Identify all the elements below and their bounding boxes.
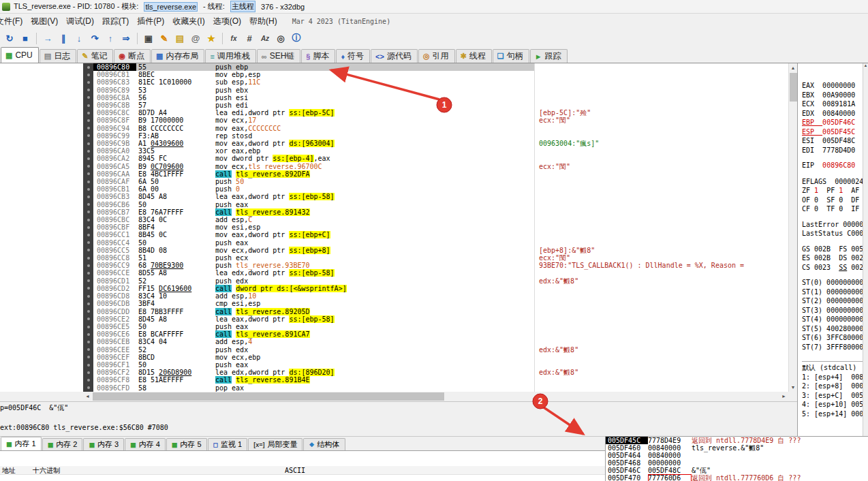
disassembly-view[interactable]: 00896C8055push ebp00896C818BECmov ebp,es… (0, 63, 788, 392)
scroll-down-arrow-icon[interactable]: ▼ (789, 383, 797, 392)
breakpoint-gutter-dot[interactable] (83, 109, 93, 117)
disasm-address[interactable]: 00896CEF (93, 354, 136, 361)
disasm-address[interactable]: 00896C99 (93, 132, 136, 140)
tab-dump-4[interactable]: ▦内存 4 (125, 438, 166, 450)
register-row[interactable]: EAX 00000000 (802, 81, 868, 91)
disasm-address[interactable]: 00896C8C (93, 109, 136, 117)
register-row[interactable]: EBP 005DF46C (802, 118, 868, 127)
register-row[interactable]: LastStatus C0000034 (802, 229, 868, 238)
breakpoint-gutter-dot[interactable] (83, 315, 93, 323)
disasm-row[interactable]: 00896CBF8BF4mov esi,esp (0, 223, 788, 231)
disasm-row[interactable]: 00896CAAE8 4BC1FFFFcall tls_reverse.892D… (0, 170, 788, 178)
calculator-icon[interactable]: fx (226, 31, 241, 46)
register-row[interactable]: EBX 00A90000 (802, 91, 868, 100)
disasm-address[interactable]: 00896CB3 (93, 193, 136, 200)
step-into-icon[interactable]: ↓ (72, 31, 87, 46)
register-row[interactable]: CF 0 TF 0 IF 1 (802, 204, 868, 214)
tab-symbols[interactable]: ♦符号 (336, 49, 370, 63)
disasm-row[interactable]: 00896C8055push ebp (0, 63, 788, 71)
register-row[interactable]: ST(7) 3FFF8000000000000000 (802, 343, 868, 352)
scroll-left-arrow-icon[interactable]: ◄ (83, 392, 92, 401)
breakpoint-gutter-dot[interactable] (83, 102, 93, 109)
disasm-address[interactable]: 00896CA0 (93, 147, 136, 155)
register-row[interactable]: 1: [esp+4] 00840000 (802, 373, 868, 382)
disasm-address[interactable]: 00896CE6 (93, 330, 136, 338)
disasm-address[interactable]: 00896CEB (93, 338, 136, 345)
register-row[interactable]: LastError 00000000 (802, 220, 868, 230)
disasm-row[interactable]: 00896CD2FF15 DC619600call dword ptr ds:[… (0, 285, 788, 292)
disasm-row[interactable]: 00896CA5B9 0C709600mov ecx,tls_reverse.9… (0, 163, 788, 170)
disasm-address[interactable]: 00896C8A (93, 94, 136, 102)
menu-item[interactable]: 视图(V) (27, 13, 62, 30)
tab-notes[interactable]: ✎笔记 (77, 49, 113, 63)
disasm-row[interactable]: 00896CAF6A 50push 50 (0, 178, 788, 185)
disasm-address[interactable]: 00896CBC (93, 216, 136, 223)
register-row[interactable]: GS 002B FS 0053 (802, 245, 868, 254)
breakpoint-gutter-dot[interactable] (83, 300, 93, 307)
disasm-row[interactable]: 00896CBC83C4 0Cadd esp,C (0, 216, 788, 223)
stack-row[interactable]: 005DF46000840000tls_reverse.&"毈8" (606, 444, 868, 452)
disasm-row[interactable]: 00896CDDE8 7BB3FFFFcall tls_reverse.8920… (0, 308, 788, 315)
tab-struct[interactable]: ❖结构体 (303, 438, 345, 450)
disassembly-horizontal-scrollbar[interactable]: ◄ ► (83, 392, 788, 401)
disasm-row[interactable]: 00896C8B57push edi (0, 102, 788, 109)
disasm-address[interactable]: 00896CA5 (93, 163, 136, 170)
stack-row[interactable]: 005DF46800000000 (606, 459, 868, 467)
registers-scrollbar[interactable]: ▲ (863, 63, 868, 436)
disasm-row[interactable]: 00896CDB3BF4cmp esi,esp (0, 300, 788, 307)
disasm-row[interactable]: 00896CEF8BCDmov ecx,ebp (0, 354, 788, 361)
menu-item[interactable]: 收藏夹(I) (168, 13, 208, 30)
run-icon[interactable]: → (40, 31, 55, 46)
breakpoint-gutter-dot[interactable] (83, 71, 93, 78)
tab-call-stack[interactable]: ≡调用堆栈 (205, 49, 255, 63)
register-row[interactable]: ECX 0089181A (802, 99, 868, 109)
horizontal-scroll-thumb[interactable] (93, 392, 444, 401)
favourites-icon[interactable]: ★ (204, 31, 219, 46)
register-row[interactable]: ST(1) 00000000000000000000 (802, 288, 868, 297)
breakpoint-gutter-dot[interactable] (83, 208, 93, 216)
tab-dump-5[interactable]: ▦内存 5 (166, 438, 207, 450)
disasm-row[interactable]: 00896CEB83C4 04add esp,4 (0, 338, 788, 345)
disasm-address[interactable]: 00896CCE (93, 269, 136, 277)
disasm-address[interactable]: 00896C83 (93, 78, 136, 86)
disasm-row[interactable]: 00896C9BA1 04309600mov eax,dword ptr ds:… (0, 140, 788, 147)
breakpoint-gutter-dot[interactable] (83, 285, 93, 292)
disasm-address[interactable]: 00896CB1 (93, 185, 136, 193)
tab-cpu[interactable]: ▦CPU (1, 47, 39, 63)
menu-item[interactable]: 插件(P) (133, 13, 168, 30)
disasm-row[interactable]: 00896C8C8D7D A4lea edi,dword ptr ss:[ebp… (0, 109, 788, 117)
breakpoint-gutter-dot[interactable] (83, 323, 93, 330)
assemble-icon[interactable]: Az (258, 31, 273, 46)
register-row[interactable]: 3: [esp+C] 005DF48C (802, 391, 868, 401)
tab-memory-map[interactable]: ▦内存布局 (151, 49, 204, 63)
disasm-row[interactable]: 00896CA28945 FCmov dword ptr ss:[ebp-4],… (0, 155, 788, 162)
tab-breakpoints[interactable]: ◉断点 (114, 49, 151, 63)
breakpoint-gutter-dot[interactable] (83, 216, 93, 223)
register-row[interactable]: EFLAGS 00000246 (802, 177, 868, 187)
stack-row[interactable]: 005DF45C7778D4E9返回到 ntdll.7778D4E9 自 ??? (606, 437, 868, 444)
register-row[interactable]: 默认 (stdcall) (802, 363, 868, 373)
tab-handles[interactable]: ❏句柄 (493, 49, 529, 63)
breakpoint-gutter-dot[interactable] (83, 231, 93, 238)
breakpoint-gutter-dot[interactable] (83, 369, 93, 376)
disasm-row[interactable]: 00896CE550push eax (0, 323, 788, 330)
pause-icon[interactable]: ∥ (56, 31, 71, 46)
register-row[interactable]: EIP 00896C80 (802, 161, 868, 170)
disasm-row[interactable]: 00896CD152push edxedx:&"毈8" (0, 277, 788, 285)
menu-item[interactable]: 帮助(H) (245, 13, 281, 30)
menu-item[interactable]: 调试(D) (62, 13, 98, 30)
help-icon[interactable]: ⓘ (289, 31, 304, 46)
disasm-address[interactable]: 00896CB7 (93, 208, 136, 216)
disasm-address[interactable]: 00896CC8 (93, 254, 136, 262)
disasm-row[interactable]: 00896CA033C5xor eax,ebp (0, 147, 788, 155)
disasm-row[interactable]: 00896C8FB9 17000000mov ecx,17ecx:"閠" (0, 117, 788, 124)
register-row[interactable]: ST(4) 00000000000000000000 (802, 315, 868, 324)
disasm-address[interactable]: 00896C9B (93, 140, 136, 147)
find-icon[interactable]: ◎ (273, 31, 288, 46)
disasm-address[interactable]: 00896CA2 (93, 155, 136, 162)
disasm-address[interactable]: 00896CC9 (93, 262, 136, 269)
breakpoint-gutter-dot[interactable] (83, 163, 93, 170)
disasm-row[interactable]: 00896C94B8 CCCCCCCCmov eax,CCCCCCCC (0, 125, 788, 132)
disasm-row[interactable]: 00896CC851push ecxecx:"閠" (0, 254, 788, 262)
breakpoint-gutter-dot[interactable] (83, 155, 93, 162)
